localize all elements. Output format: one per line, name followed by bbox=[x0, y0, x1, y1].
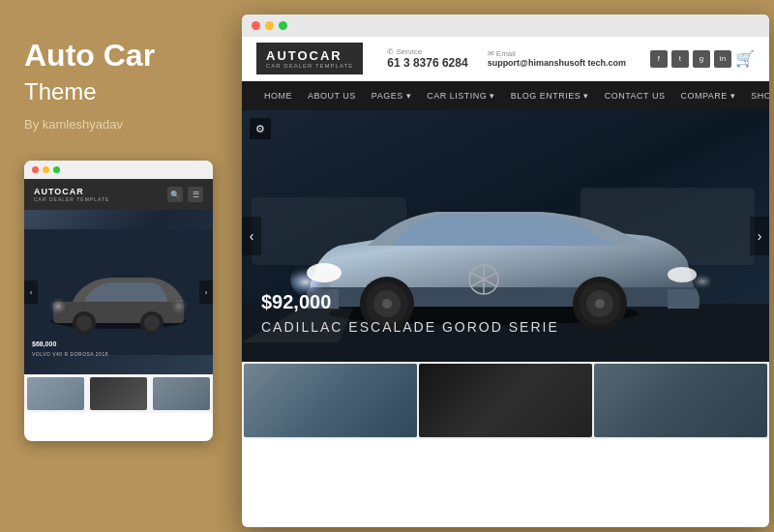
svg-point-29 bbox=[307, 263, 342, 282]
hero-car-name: CADILLAC ESCALADE GOROD SERIE bbox=[261, 319, 559, 335]
hero-prev-button[interactable]: ‹ bbox=[242, 217, 261, 255]
cart-button[interactable]: 🛒 bbox=[735, 49, 755, 68]
mini-logo-block: AUTOCAR CAR DEALER TEMPLATE bbox=[34, 187, 109, 202]
site-logo-sub: CAR DEALER TEMPLATE bbox=[266, 63, 353, 69]
mini-dot-red bbox=[32, 166, 39, 173]
hero-settings-button[interactable]: ⚙ bbox=[250, 118, 271, 139]
mini-search-button[interactable]: 🔍 bbox=[167, 187, 183, 202]
mini-dot-yellow bbox=[43, 166, 49, 173]
site-header: AUTOCAR CAR DEALER TEMPLATE ✆ Service 61… bbox=[242, 37, 769, 81]
theme-title-line1: Auto Car bbox=[24, 39, 208, 73]
theme-title-line2: Theme bbox=[24, 78, 208, 105]
nav-compare[interactable]: COMPARE ▾ bbox=[672, 81, 743, 110]
service-value: 61 3 8376 6284 bbox=[387, 56, 467, 70]
site-nav: HOME ABOUT US PAGES ▾ CAR LISTING ▾ BLOG… bbox=[242, 81, 769, 110]
main-dot-red bbox=[252, 21, 260, 30]
contact-email: ✉ Email support@himanshusoft tech.com bbox=[488, 49, 626, 68]
social-icons: f t g in 🛒 bbox=[650, 49, 755, 68]
thumb-overlay-2 bbox=[419, 364, 592, 437]
mini-hero-section: ‹ › $68,000 VOLVO V40 R DOROSA 2018 bbox=[24, 210, 213, 374]
mini-thumb-3 bbox=[153, 377, 210, 410]
thumbnail-3[interactable] bbox=[594, 364, 767, 437]
twitter-button[interactable]: t bbox=[671, 50, 689, 68]
svg-point-26 bbox=[595, 299, 605, 309]
nav-shop[interactable]: SHOP ▾ bbox=[743, 81, 769, 110]
main-browser-bar bbox=[242, 15, 769, 37]
site-logo-text: AUTOCAR bbox=[266, 48, 353, 63]
nav-pages[interactable]: PAGES ▾ bbox=[364, 81, 419, 110]
svg-point-6 bbox=[76, 315, 92, 331]
svg-point-8 bbox=[144, 315, 160, 331]
theme-author: By kamleshyadav bbox=[24, 117, 208, 132]
main-browser: AUTOCAR CAR DEALER TEMPLATE ✆ Service 61… bbox=[242, 15, 769, 527]
mini-browser-mockup: AUTOCAR CAR DEALER TEMPLATE 🔍 ☰ bbox=[24, 161, 213, 441]
mini-menu-button[interactable]: ☰ bbox=[188, 187, 203, 202]
site-contact: ✆ Service 61 3 8376 6284 ✉ Email support… bbox=[387, 47, 626, 70]
site-logo-block: AUTOCAR CAR DEALER TEMPLATE bbox=[256, 43, 363, 74]
service-label: ✆ Service bbox=[387, 47, 467, 56]
mini-logo-text: AUTOCAR bbox=[34, 187, 109, 196]
site-thumbnails bbox=[242, 362, 769, 439]
google-button[interactable]: g bbox=[693, 50, 710, 68]
mini-site-header: AUTOCAR CAR DEALER TEMPLATE 🔍 ☰ bbox=[24, 179, 213, 210]
svg-rect-2 bbox=[53, 302, 184, 323]
mini-hero-svg bbox=[24, 210, 213, 374]
site-hero: ⚙ ‹ › $92,000 CADILLAC ESCALADE GOROD SE… bbox=[242, 110, 769, 362]
thumbnail-2[interactable] bbox=[419, 364, 592, 437]
svg-point-30 bbox=[668, 267, 697, 282]
mini-hero-price: $68,000 bbox=[32, 340, 56, 347]
nav-about[interactable]: ABOUT US bbox=[300, 81, 364, 110]
main-dot-green bbox=[279, 21, 287, 30]
nav-car-listing[interactable]: CAR LISTING ▾ bbox=[419, 81, 503, 110]
mini-dot-green bbox=[53, 166, 60, 173]
mini-browser-bar bbox=[24, 161, 213, 179]
mini-logo-sub: CAR DEALER TEMPLATE bbox=[34, 196, 109, 202]
svg-point-22 bbox=[382, 299, 392, 309]
nav-links: HOME ABOUT US PAGES ▾ CAR LISTING ▾ BLOG… bbox=[256, 81, 769, 110]
facebook-button[interactable]: f bbox=[650, 50, 668, 68]
nav-contact[interactable]: CONTACT US bbox=[597, 81, 673, 110]
mini-thumb-2 bbox=[90, 377, 147, 410]
mini-header-icons: 🔍 ☰ bbox=[167, 187, 203, 202]
nav-blog[interactable]: BLOG ENTRIES ▾ bbox=[503, 81, 597, 110]
svg-point-3 bbox=[46, 297, 70, 320]
mini-thumb-1 bbox=[27, 377, 84, 410]
hero-price: $92,000 bbox=[261, 291, 331, 313]
nav-home[interactable]: HOME bbox=[256, 81, 300, 110]
contact-phone: ✆ Service 61 3 8376 6284 bbox=[387, 47, 467, 70]
email-label: ✉ Email bbox=[488, 49, 626, 58]
mini-thumbnails bbox=[24, 374, 213, 413]
thumbnail-1[interactable] bbox=[244, 364, 417, 437]
main-dot-yellow bbox=[265, 21, 274, 30]
thumb-overlay-1 bbox=[244, 364, 417, 437]
hero-next-button[interactable]: › bbox=[750, 217, 769, 255]
left-panel: Auto Car Theme By kamleshyadav AUTOCAR C… bbox=[0, 0, 232, 532]
linkedin-button[interactable]: in bbox=[714, 50, 731, 68]
svg-point-4 bbox=[167, 297, 191, 320]
mini-next-button[interactable]: › bbox=[199, 281, 213, 304]
mini-prev-button[interactable]: ‹ bbox=[24, 281, 38, 304]
mini-hero-car-name: VOLVO V40 R DOROSA 2018 bbox=[32, 351, 108, 357]
email-value: support@himanshusoft tech.com bbox=[488, 58, 626, 68]
thumb-overlay-3 bbox=[594, 364, 767, 437]
